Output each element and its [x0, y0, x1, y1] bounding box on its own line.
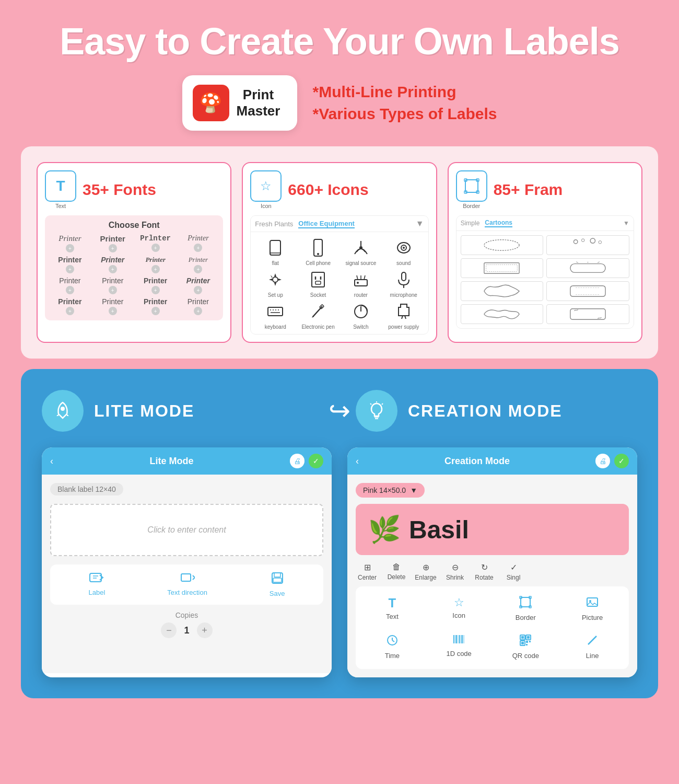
toolbar-icon[interactable]: ☆ Icon: [428, 592, 490, 626]
back-icon[interactable]: ‹: [50, 456, 53, 467]
font-item[interactable]: Printer+: [136, 297, 175, 315]
label-size-select[interactable]: Pink 14×50.0 ▼: [356, 483, 425, 498]
svg-rect-63: [521, 597, 530, 607]
toolbar-1dcode[interactable]: 1D code: [428, 630, 490, 664]
lite-mode-phone: ‹ Lite Mode 🖨 ✓ Blank label 12×40 Click …: [42, 447, 332, 677]
icon-item-socket[interactable]: Socket: [298, 268, 338, 298]
font-item[interactable]: Printer+: [50, 256, 90, 273]
border-item[interactable]: [461, 235, 544, 255]
fonts-card: T Text 35+ Fonts Choose Font Printer+ Pr…: [37, 162, 231, 343]
svg-line-15: [357, 275, 358, 280]
icon-item-power[interactable]: power supply: [383, 300, 424, 330]
svg-rect-88: [529, 641, 531, 642]
svg-rect-59: [181, 574, 191, 581]
font-item[interactable]: Printer+: [136, 256, 175, 273]
copies-minus-btn[interactable]: −: [161, 622, 177, 638]
font-item[interactable]: Printer+: [178, 297, 218, 315]
save-btn[interactable]: Save: [270, 572, 285, 597]
icons-header: ☆ Icon 660+ Icons: [250, 170, 428, 209]
qrcode-tool-icon: [519, 634, 532, 650]
action-enlarge[interactable]: ⊕ Enlarge: [414, 562, 437, 581]
icon-item-keyboard[interactable]: keyboard: [255, 300, 296, 330]
tab-cartoons[interactable]: Cartoons: [485, 219, 512, 227]
lite-phone-header: ‹ Lite Mode 🖨 ✓: [42, 447, 332, 475]
action-rotate[interactable]: ↻ Rotate: [473, 562, 496, 581]
font-item[interactable]: Printer+: [50, 234, 90, 252]
border-item[interactable]: [461, 281, 544, 301]
tab-fresh-plants[interactable]: Fresh Plants: [255, 220, 293, 228]
creation-back-icon[interactable]: ‹: [356, 456, 359, 467]
creation-body: Pink 14×50.0 ▼ 🌿 Basil ⊞ Center 🗑 Delete: [347, 475, 637, 677]
barcode-tool-icon: [453, 634, 465, 648]
herb-icon: 🌿: [368, 514, 401, 545]
creation-print-button[interactable]: 🖨: [595, 454, 610, 468]
toolbar-line[interactable]: Line: [561, 630, 624, 664]
icon-item-microphone[interactable]: microphone: [383, 268, 424, 298]
font-item[interactable]: Printer+: [50, 276, 90, 294]
content-input-area[interactable]: Click to enter content: [50, 504, 323, 556]
action-center[interactable]: ⊞ Center: [356, 562, 379, 581]
svg-rect-84: [527, 636, 530, 639]
font-item[interactable]: Printer+: [178, 256, 218, 273]
font-item[interactable]: Printer+: [50, 297, 90, 315]
label-toolbar-btn[interactable]: Label: [88, 572, 105, 597]
icon-item-epen[interactable]: Electronic pen: [298, 300, 338, 330]
single-icon: ✓: [510, 562, 517, 572]
print-button[interactable]: 🖨: [290, 454, 305, 468]
power-supply-icon: [392, 300, 415, 323]
svg-rect-34: [465, 180, 478, 192]
font-item[interactable]: Printer+: [178, 276, 218, 294]
icon-item-router[interactable]: router: [341, 268, 381, 298]
font-item[interactable]: Printer+: [178, 234, 218, 252]
creation-confirm-button[interactable]: ✓: [614, 454, 629, 468]
tab-simple[interactable]: Simple: [461, 220, 480, 227]
font-item[interactable]: Printer+: [136, 276, 175, 294]
copies-row: Copies − 1 +: [50, 611, 323, 638]
font-item[interactable]: Prlnter+: [136, 234, 175, 252]
icon-item-flat[interactable]: flat: [255, 236, 296, 266]
toolbar-picture[interactable]: Picture: [561, 592, 624, 626]
border-tool-icon: [519, 596, 532, 612]
action-shrink[interactable]: ⊖ Shrink: [443, 562, 466, 581]
toolbar-text[interactable]: T Text: [361, 592, 424, 626]
tab-office-equipment[interactable]: Office Equipment: [298, 220, 355, 228]
icon-item-signal[interactable]: signal source: [341, 236, 381, 266]
toolbar-time[interactable]: Time: [361, 630, 424, 664]
keyboard-icon: [264, 300, 287, 323]
dropdown-arrow-icon[interactable]: ▼: [416, 219, 424, 228]
toolbar-qrcode[interactable]: QR code: [495, 630, 557, 664]
svg-point-9: [273, 277, 278, 282]
svg-rect-56: [90, 573, 101, 582]
border-item[interactable]: [461, 258, 544, 278]
border-item[interactable]: [461, 304, 544, 324]
svg-point-8: [403, 247, 405, 249]
toolbar-border[interactable]: Border: [495, 592, 557, 626]
svg-rect-87: [526, 641, 528, 643]
action-single[interactable]: ✓ Singl: [502, 562, 525, 581]
rocket-icon: [52, 400, 73, 421]
confirm-button[interactable]: ✓: [309, 454, 323, 468]
setup-icon: [264, 268, 287, 291]
lightbulb-icon: [366, 400, 387, 421]
text-direction-btn[interactable]: Text direction: [167, 572, 207, 597]
icon-item-switch[interactable]: Switch: [341, 300, 381, 330]
icons-icon-label: Icon: [261, 203, 272, 209]
border-item[interactable]: [546, 304, 629, 324]
action-delete[interactable]: 🗑 Delete: [385, 562, 408, 581]
copies-plus-btn[interactable]: +: [197, 622, 213, 638]
border-item[interactable]: [546, 258, 629, 278]
font-item[interactable]: Printer+: [93, 234, 133, 252]
borders-icon-box: [456, 170, 487, 202]
icon-item-cellphone[interactable]: Cell phone: [298, 236, 338, 266]
app-icon: 🍄: [193, 85, 229, 121]
svg-rect-45: [486, 265, 518, 272]
border-dropdown-icon[interactable]: ▼: [623, 220, 629, 227]
icon-item-setup[interactable]: Set up: [255, 268, 296, 298]
icon-item-sound[interactable]: sound: [383, 236, 424, 266]
border-item[interactable]: [546, 235, 629, 255]
font-item[interactable]: Printer+: [93, 297, 133, 315]
font-item[interactable]: Printer+: [93, 256, 133, 273]
border-item[interactable]: [546, 281, 629, 301]
svg-line-17: [364, 275, 365, 280]
font-item[interactable]: Printer+: [93, 276, 133, 294]
